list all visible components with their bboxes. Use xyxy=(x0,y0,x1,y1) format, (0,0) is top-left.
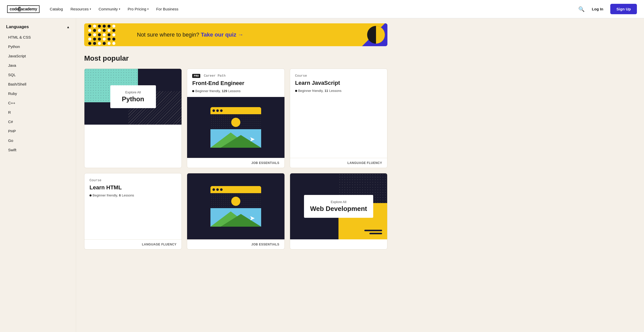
nav: Catalog Resources ▾ Community ▾ Pro Pric… xyxy=(47,5,181,13)
webdev-bar2 xyxy=(364,230,382,231)
bullet-icon xyxy=(192,90,194,92)
header: code|academy Catalog Resources ▾ Communi… xyxy=(0,0,644,18)
explore-all-label: Explore All xyxy=(118,90,148,94)
circle-decor xyxy=(367,26,385,44)
sun xyxy=(231,118,240,127)
card-image-fe: ➤ xyxy=(187,97,284,158)
card-image-fe-2: ➤ xyxy=(187,173,284,239)
card-python-visual: Explore All Python xyxy=(84,69,182,125)
sidebar-item-html-css[interactable]: HTML & CSS xyxy=(6,32,70,42)
explore-python-card[interactable]: Explore All Python xyxy=(84,69,182,168)
card-type-fe: PRO Career Path xyxy=(192,74,279,78)
signup-button[interactable]: Sign Up xyxy=(610,4,637,14)
browser-dot xyxy=(216,109,219,112)
bullet-icon xyxy=(295,90,297,92)
card-title-fe: Front-End Engineer xyxy=(192,80,279,87)
nav-community[interactable]: Community ▾ xyxy=(96,5,123,13)
browser-dot-2 xyxy=(220,188,223,191)
explore-webdev-title: Web Development xyxy=(310,205,367,213)
card-html-spacer xyxy=(84,211,182,239)
logo[interactable]: code|academy xyxy=(7,5,40,13)
sidebar-item-javascript[interactable]: JavaScript xyxy=(6,51,70,61)
card-title-html: Learn HTML xyxy=(90,184,176,191)
learn-html-card[interactable]: Course Learn HTML Beginner friendly, 6 L… xyxy=(84,173,182,250)
pro-badge: PRO xyxy=(192,74,200,78)
card-type-js: Course xyxy=(295,74,382,78)
nav-catalog[interactable]: Catalog xyxy=(47,5,66,13)
sidebar-item-sql[interactable]: SQL xyxy=(6,70,70,79)
sidebar-item-cpp[interactable]: C++ xyxy=(6,98,70,108)
browser-content-2: ➤ xyxy=(210,193,261,227)
chevron-down-icon: ▾ xyxy=(147,8,149,10)
sidebar-item-java[interactable]: Java xyxy=(6,61,70,70)
nav-resources[interactable]: Resources ▾ xyxy=(67,5,94,13)
sidebar-item-php[interactable]: PHP xyxy=(6,126,70,136)
front-end-engineer-card[interactable]: PRO Career Path Front-End Engineer Begin… xyxy=(187,69,284,168)
sun-2 xyxy=(231,197,240,206)
sidebar-section-title: Languages xyxy=(6,24,29,29)
sidebar-item-csharp[interactable]: C# xyxy=(6,117,70,126)
quiz-banner[interactable]: Not sure where to begin? Take our quiz → xyxy=(84,23,387,46)
chevron-up-icon: ▲ xyxy=(66,25,70,29)
webdev-explore-box: Explore All Web Development xyxy=(304,195,373,218)
card-footer-fe-image: Job Essentials xyxy=(187,239,284,249)
header-right: 🔍 Log In Sign Up xyxy=(578,4,637,14)
explore-webdev-card[interactable]: Explore All Web Development xyxy=(290,173,387,250)
card-footer-js: Language Fluency xyxy=(290,158,387,168)
logo-sep: | xyxy=(19,7,21,11)
banner-dots-grid xyxy=(88,25,116,45)
card-body-js: Course Learn JavaScript Beginner friendl… xyxy=(290,69,387,118)
card-footer-fe: Job Essentials xyxy=(187,158,284,168)
sidebar: Languages ▲ HTML & CSS Python JavaScript… xyxy=(0,18,76,332)
learn-javascript-card[interactable]: Course Learn JavaScript Beginner friendl… xyxy=(290,69,387,168)
banner-quiz-link[interactable]: Take our quiz → xyxy=(201,31,243,38)
browser-dot-2 xyxy=(212,188,215,191)
sidebar-item-bash[interactable]: Bash/Shell xyxy=(6,79,70,89)
card-body-html: Course Learn HTML Beginner friendly, 6 L… xyxy=(84,173,182,211)
logo-code: code xyxy=(10,7,19,11)
browser-dot-2 xyxy=(216,188,219,191)
most-popular-title: Most popular xyxy=(84,54,387,62)
card-meta-fe: Beginner friendly, 129 Lessons xyxy=(192,89,279,93)
cursor-icon-2: ➤ xyxy=(249,214,255,222)
banner-right-decor xyxy=(347,23,387,46)
page-body: Languages ▲ HTML & CSS Python JavaScript… xyxy=(0,18,644,332)
card-meta-js: Beginner friendly, 11 Lessons xyxy=(295,89,382,93)
card-type-html: Course xyxy=(90,178,176,182)
circle-half xyxy=(376,26,385,44)
card-webdev-visual: Explore All Web Development xyxy=(290,173,387,239)
browser-dot xyxy=(220,109,223,112)
explore-all-label-webdev: Explore All xyxy=(310,200,367,204)
chevron-down-icon: ▾ xyxy=(90,8,91,10)
sidebar-item-ruby[interactable]: Ruby xyxy=(6,89,70,98)
explore-python-title: Python xyxy=(118,95,148,103)
nav-pro-pricing[interactable]: Pro Pricing ▾ xyxy=(125,5,152,13)
main-content: Not sure where to begin? Take our quiz →… xyxy=(76,18,396,332)
chevron-down-icon: ▾ xyxy=(119,8,120,10)
browser-bar xyxy=(210,107,261,114)
banner-dots-decor xyxy=(84,23,120,46)
search-icon[interactable]: 🔍 xyxy=(578,6,585,12)
python-explore-box: Explore All Python xyxy=(110,85,156,108)
card-meta-html: Beginner friendly, 6 Lessons xyxy=(90,193,176,197)
sidebar-section-header[interactable]: Languages ▲ xyxy=(6,24,70,29)
sidebar-item-r[interactable]: R xyxy=(6,108,70,117)
sidebar-item-go[interactable]: Go xyxy=(6,136,70,145)
cards-grid: Explore All Python PRO Career Path Front… xyxy=(84,69,387,250)
header-left: code|academy Catalog Resources ▾ Communi… xyxy=(7,5,182,13)
banner-text: Not sure where to begin? Take our quiz → xyxy=(137,31,243,38)
browser-bar-2 xyxy=(210,186,261,193)
front-end-engineer-image-card[interactable]: ➤ Job Essentials xyxy=(187,173,284,250)
browser-dot xyxy=(212,109,215,112)
login-button[interactable]: Log In xyxy=(589,5,606,13)
card-body-fe: PRO Career Path Front-End Engineer Begin… xyxy=(187,69,284,97)
nav-for-business[interactable]: For Business xyxy=(153,5,182,13)
webdev-bar xyxy=(369,233,382,234)
cursor-icon: ➤ xyxy=(249,135,255,143)
card-js-spacer xyxy=(290,118,387,158)
browser-content: ➤ xyxy=(210,114,261,148)
sidebar-item-python[interactable]: Python xyxy=(6,42,70,51)
card-footer-html: Language Fluency xyxy=(84,239,182,249)
card-title-js: Learn JavaScript xyxy=(295,80,382,86)
sidebar-item-swift[interactable]: Swift xyxy=(6,145,70,155)
